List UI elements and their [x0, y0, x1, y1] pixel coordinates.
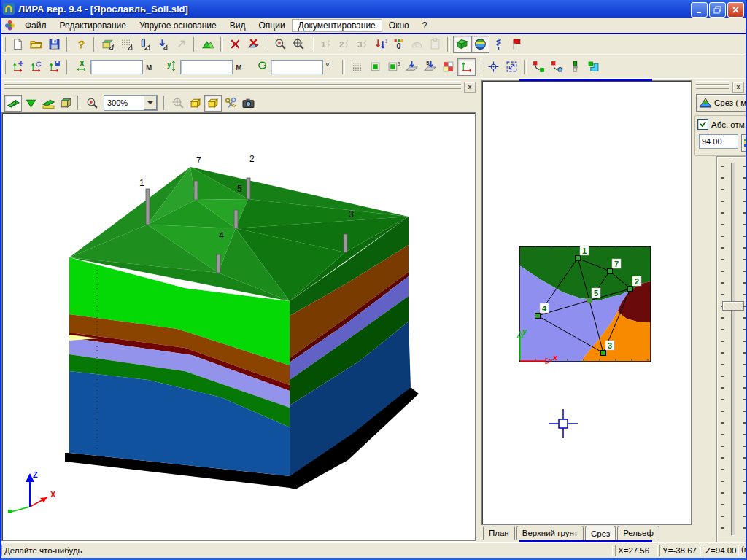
menu-item-?[interactable]: ?	[416, 19, 434, 32]
node-green-button[interactable]	[530, 58, 548, 76]
titlebar: ЛИРА вер. 9.4 - [Ярославль_Soil.sld]	[0, 0, 747, 18]
square-green3-button[interactable]: 3	[384, 58, 403, 76]
box-yellow2-button[interactable]	[204, 95, 222, 112]
axes-save-button[interactable]	[45, 58, 63, 76]
plane-arrow-button[interactable]	[403, 58, 421, 76]
num2-button: 2	[335, 36, 353, 53]
plane-arrow5-button[interactable]: 5	[421, 58, 439, 76]
camera-button[interactable]	[239, 95, 257, 112]
axes-undo-button[interactable]	[27, 58, 45, 76]
menu-item-Упругое основание[interactable]: Упругое основание	[133, 19, 223, 32]
slider-thumb[interactable]	[722, 301, 744, 311]
delete-plane-button[interactable]	[244, 36, 263, 53]
zoom-target-icon	[293, 38, 305, 50]
y-offset-input[interactable]	[180, 60, 233, 74]
close-button[interactable]	[727, 2, 744, 18]
minimize-button[interactable]	[691, 2, 708, 18]
wedge-button[interactable]	[4, 95, 22, 112]
axes-move-icon	[12, 61, 24, 73]
tri-down-icon	[25, 97, 37, 109]
svg-text:3: 3	[357, 39, 363, 49]
grid-dots-icon	[351, 61, 363, 73]
angle-input[interactable]	[271, 60, 323, 74]
window-border-left	[0, 0, 1, 560]
target-button[interactable]	[484, 58, 503, 76]
y-axis-end	[8, 510, 12, 513]
keys-button[interactable]	[222, 95, 239, 112]
keys-icon	[225, 97, 237, 109]
zoom-in-button[interactable]	[83, 95, 101, 112]
menu-item-Документирование[interactable]: Документирование	[292, 19, 382, 32]
menu-item-Окно[interactable]: Окно	[382, 19, 416, 32]
slice-panel-header[interactable]: x	[694, 81, 746, 93]
menu-item-Опции[interactable]: Опции	[252, 19, 291, 32]
tab-Рельеф[interactable]: Рельеф	[617, 526, 659, 540]
slider-ticks-left	[721, 166, 724, 533]
box-yellow-icon	[190, 97, 202, 109]
terrain-button[interactable]	[199, 36, 217, 53]
grid-pointer-icon	[120, 38, 133, 50]
slider-track[interactable]	[731, 163, 735, 536]
expand-button[interactable]	[503, 58, 521, 76]
wedge-icon	[7, 97, 20, 109]
model-3d-canvas[interactable]: 172543XZ	[1, 112, 476, 541]
zoom-select-arrow[interactable]	[144, 96, 157, 110]
zoom-select[interactable]: 300%	[104, 95, 158, 111]
grid-dots-button[interactable]	[348, 58, 366, 76]
brush-button[interactable]	[566, 58, 584, 76]
borehole-pointer-button[interactable]	[136, 36, 154, 53]
flag-button[interactable]	[508, 36, 526, 53]
menu-item-Вид[interactable]: Вид	[223, 19, 252, 32]
wedge-layers-button[interactable]	[39, 95, 57, 112]
drill-button[interactable]	[489, 36, 508, 53]
status-y: Y=-38.67	[659, 545, 701, 556]
soil-add-button[interactable]	[99, 36, 117, 53]
checker-button[interactable]	[439, 58, 457, 76]
plan-canvas[interactable]: 172543yx	[481, 80, 692, 525]
box-3d-button[interactable]	[453, 36, 471, 53]
tab-Верхний грунт[interactable]: Верхний грунт	[516, 526, 584, 540]
elevation-input[interactable]	[699, 134, 738, 149]
axes-move-button[interactable]	[9, 58, 27, 76]
slice-button[interactable]: Срез ( м	[696, 94, 747, 112]
menu-item-Редактирование[interactable]: Редактирование	[53, 19, 133, 32]
elevation-slider[interactable]	[716, 156, 747, 542]
grid-pointer-button[interactable]	[117, 36, 136, 53]
box-yellow-button[interactable]	[187, 95, 204, 112]
doc-new-button[interactable]	[9, 36, 27, 53]
folder-open-button[interactable]	[27, 36, 45, 53]
model-pane-close-icon[interactable]: x	[464, 82, 476, 93]
svg-text:?: ?	[78, 39, 85, 50]
digits-button[interactable]: 0	[390, 36, 408, 53]
zoom-target-button[interactable]	[290, 36, 308, 53]
toolbar-separator	[220, 37, 223, 52]
save-button[interactable]	[45, 36, 63, 53]
menu-item-Файл[interactable]: Файл	[18, 19, 53, 32]
layers-sphere-button[interactable]	[471, 36, 489, 53]
square-green-button[interactable]	[366, 58, 384, 76]
zoom-in-button[interactable]	[271, 36, 290, 53]
model-pane-header[interactable]: x	[3, 81, 477, 93]
plan-node-label: 2	[635, 277, 639, 286]
document-icon[interactable]	[4, 19, 16, 31]
restore-button[interactable]	[709, 2, 726, 18]
x-offset-input[interactable]	[90, 60, 143, 74]
help-button[interactable]: ?	[72, 36, 90, 53]
slice-panel-close-icon[interactable]: x	[732, 82, 744, 93]
node-blue-button[interactable]	[548, 58, 566, 76]
sort-arrows-button[interactable]: 1	[371, 36, 390, 53]
svg-text:1: 1	[385, 39, 387, 44]
model-3d-pane: x 300% 172543XZ	[1, 79, 479, 542]
axes-corner-button[interactable]	[457, 58, 476, 76]
statusbar: Делайте что-нибудь X=27.56 Y=-38.67 Z=94…	[0, 542, 747, 559]
window-title: ЛИРА вер. 9.4 - [Ярославль_Soil.sld]	[18, 4, 188, 15]
abs-elevation-checkbox[interactable]	[697, 119, 708, 130]
tri-down-button[interactable]	[22, 95, 39, 112]
borehole-pointer-icon	[139, 38, 151, 50]
tab-План[interactable]: План	[483, 526, 515, 540]
delete-figure-button[interactable]	[226, 36, 244, 53]
box-soil-button[interactable]	[57, 95, 74, 112]
arrow-down-button[interactable]	[154, 36, 172, 53]
toolbar-separator	[66, 37, 69, 52]
contour-button[interactable]	[584, 58, 603, 76]
